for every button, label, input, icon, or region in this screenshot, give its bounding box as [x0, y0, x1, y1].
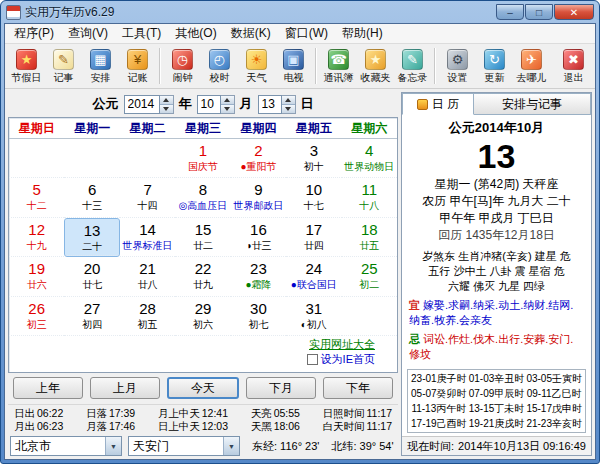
calendar-day-cell[interactable]: 31 ◐初八 [286, 297, 341, 336]
calendar-day-cell[interactable]: 17 廿四 [286, 218, 341, 257]
calendar-day-cell[interactable]: 25 初二 [342, 257, 397, 296]
calendar-day-cell[interactable]: 22 廿九 [175, 257, 230, 296]
toolbar-button[interactable]: ✎ 备忘录 [394, 47, 431, 86]
calendar-day-cell[interactable]: 21 廿八 [120, 257, 175, 296]
menu-item[interactable]: 程序(P) [7, 23, 61, 44]
toolbar-button-label: 备忘录 [398, 71, 428, 85]
menu-item[interactable]: 窗口(W) [278, 23, 335, 44]
calendar-day-cell[interactable] [342, 297, 397, 336]
year-input[interactable] [124, 95, 160, 114]
toolbar-button-icon: ◷ [172, 49, 193, 70]
calendar-day-cell[interactable]: 26 初三 [9, 297, 64, 336]
menu-item[interactable]: 其他(O) [168, 23, 223, 44]
practical-urls-link[interactable]: 实用网址大全 [9, 337, 375, 352]
calendar-day-cell[interactable]: 4 世界动物日 [342, 139, 397, 178]
calendar-day-cell[interactable]: 16 ◑廿三 [231, 218, 286, 257]
nav-button[interactable]: 上年 [13, 377, 83, 399]
month-input[interactable] [197, 95, 221, 114]
toolbar-button-label: 退出 [564, 71, 584, 85]
close-button[interactable]: ✕ [554, 4, 594, 20]
calendar-day-cell[interactable]: 30 初七 [231, 297, 286, 336]
sun-info-row1: 日出06:22日落17:39月上中天12:41天亮05:55日照时间11:17 [12, 407, 394, 420]
month-down-button[interactable] [221, 104, 234, 113]
hour-cell: 03-05壬寅时 [525, 371, 583, 386]
calendar-day-cell[interactable]: 14 世界标准日 [120, 218, 175, 257]
toolbar-button-label: 电视 [284, 71, 304, 85]
calendar-day-cell[interactable]: 27 初四 [64, 297, 119, 336]
menu-bar: 程序(P)查询(V)工具(T)其他(O)数据(K)窗口(W)帮助(H) [5, 24, 595, 44]
menu-item[interactable]: 数据(K) [224, 23, 278, 44]
day-subtext: 世界标准日 [120, 239, 175, 252]
city-select[interactable]: 北京市 ▼ [10, 436, 122, 456]
toolbar-button[interactable]: ✈ 去哪儿 [513, 47, 550, 86]
calendar-day-cell[interactable]: 5 十二 [9, 178, 64, 217]
ie-home-label[interactable]: 设为IE首页 [321, 352, 375, 367]
place-select[interactable]: 天安门 ▼ [128, 436, 240, 456]
toolbar-button[interactable]: ▦ 安排 [82, 47, 119, 86]
toolbar-button[interactable]: ↻ 更新 [476, 47, 513, 86]
toolbar-group-exit: ✖ 退出 [555, 47, 592, 86]
minimize-button[interactable]: – [496, 4, 524, 20]
calendar-day-cell[interactable]: 7 十四 [120, 178, 175, 217]
calendar-day-cell[interactable]: 3 初十 [286, 139, 341, 178]
calendar-day-cell[interactable]: 10 十七 [286, 178, 341, 217]
chevron-down-icon[interactable]: ▼ [105, 437, 121, 455]
nav-button[interactable]: 下年 [323, 377, 393, 399]
day-number: 14 [120, 220, 175, 239]
nav-button[interactable]: 上月 [90, 377, 160, 399]
day-up-button[interactable] [282, 96, 295, 104]
toolbar-button[interactable]: ◷ 闹钟 [164, 47, 201, 86]
calendar-day-cell[interactable]: 6 十三 [64, 178, 119, 217]
calendar-day-cell[interactable]: 1 国庆节 [175, 139, 230, 178]
calendar-day-cell[interactable]: 9 世界邮政日 [231, 178, 286, 217]
ie-home-checkbox[interactable] [307, 354, 318, 365]
detail-day-number: 13 [402, 137, 591, 176]
avoid-text: 词讼.作灶.伐木.出行.安葬.安门.修坟 [409, 333, 573, 360]
menu-item[interactable]: 查询(V) [61, 23, 115, 44]
year-down-button[interactable] [160, 104, 173, 113]
toolbar-button[interactable]: ⚙ 设置 [439, 47, 476, 86]
day-number: 28 [120, 299, 175, 318]
calendar-day-cell[interactable]: 23 ●霜降 [231, 257, 286, 296]
calendar-day-cell[interactable]: 2 ●重阳节 [231, 139, 286, 178]
calendar-day-cell[interactable] [64, 139, 119, 178]
calendar-day-cell[interactable] [9, 139, 64, 178]
icon-glyph: ▣ [287, 52, 299, 67]
toolbar-button[interactable]: ◴ 校时 [201, 47, 238, 86]
toolbar-button[interactable]: ★ 节假日 [8, 47, 45, 86]
menu-item[interactable]: 工具(T) [115, 23, 168, 44]
toolbar-button[interactable]: ★ 收藏夹 [357, 47, 394, 86]
toolbar-button[interactable]: ▣ 电视 [275, 47, 312, 86]
calendar-day-cell[interactable]: 12 十九 [9, 218, 64, 257]
calendar-day-cell[interactable]: 24 ●联合国日 [286, 257, 341, 296]
year-up-button[interactable] [160, 96, 173, 104]
chevron-down-icon[interactable]: ▼ [223, 437, 239, 455]
calendar-day-cell[interactable]: 13 二十 [65, 219, 118, 256]
calendar-day-cell[interactable]: 20 廿七 [64, 257, 119, 296]
calendar-day-cell[interactable]: 19 廿六 [9, 257, 64, 296]
tab-schedule-notes[interactable]: 安排与记事 [474, 93, 591, 115]
toolbar-button[interactable]: ¥ 记账 [119, 47, 156, 86]
day-down-button[interactable] [282, 104, 295, 113]
exit-button[interactable]: ✖ 退出 [555, 47, 592, 86]
month-up-button[interactable] [221, 96, 234, 104]
calendar-day-cell[interactable]: 8 ◎高血压日 [175, 178, 230, 217]
suitable-text: 嫁娶.求嗣.纳采.动土.纳财.结网.纳畜.牧养.会亲友 [409, 299, 573, 326]
day-input[interactable] [258, 95, 282, 114]
tab-calendar[interactable]: 日 历 [402, 93, 474, 115]
detail-ganzhi-line: 甲午年 甲戌月 丁巳日 [402, 210, 591, 227]
calendar-day-cell[interactable] [120, 139, 175, 178]
maximize-button[interactable]: □ [525, 4, 553, 20]
calendar-day-cell[interactable]: 28 初五 [120, 297, 175, 336]
toolbar-button[interactable]: ✎ 记事 [45, 47, 82, 86]
detail-almanac-line3: 六耀 佛灭 九星 四绿 [402, 279, 591, 294]
toolbar-button[interactable]: ☀ 天气 [238, 47, 275, 86]
nav-button[interactable]: 下月 [246, 377, 316, 399]
menu-item[interactable]: 帮助(H) [335, 23, 390, 44]
calendar-day-cell[interactable]: 18 廿五 [342, 218, 397, 257]
calendar-day-cell[interactable]: 29 初六 [175, 297, 230, 336]
toolbar-button[interactable]: ☎ 通讯簿 [320, 47, 357, 86]
nav-button[interactable]: 今天 [167, 377, 239, 399]
calendar-day-cell[interactable]: 15 廿二 [175, 218, 230, 257]
calendar-day-cell[interactable]: 11 十八 [342, 178, 397, 217]
